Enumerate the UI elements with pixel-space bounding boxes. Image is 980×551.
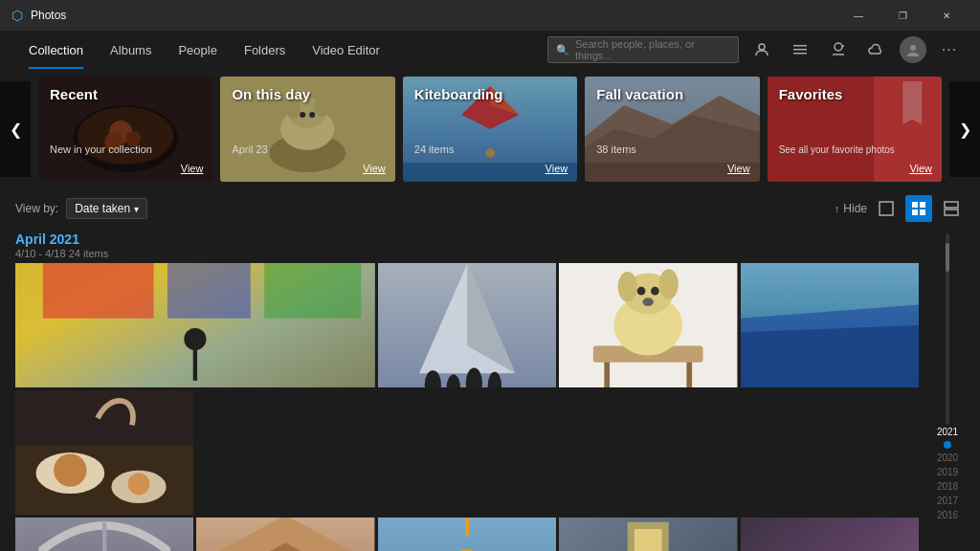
hide-button[interactable]: ↑ Hide [835,202,867,215]
more-icon: ··· [942,41,957,58]
cloud-icon [868,41,885,58]
svg-point-4 [835,43,842,51]
close-button[interactable]: ✕ [924,0,969,31]
svg-rect-89 [635,529,662,551]
grid-view-icon [911,201,926,216]
timeline-year-2018[interactable]: 2018 [930,479,965,494]
nav-collection[interactable]: Collection [15,31,97,69]
photo-cell-5[interactable] [15,390,193,515]
section-header: April 2021 4/10 - 4/18 24 items [15,231,919,259]
nav-left: Collection Albums People Folders Video E… [15,31,393,69]
main-content: ❮ Recent New in your collection View [0,69,980,551]
avatar[interactable] [900,36,926,63]
timeline-year-2016[interactable]: 2016 [930,508,965,522]
card-view-recent[interactable]: View [181,163,204,174]
nav-video-editor[interactable]: Video Editor [299,31,393,69]
svg-rect-38 [920,209,925,215]
card-title-onthisday: On this day [232,86,310,102]
svg-point-19 [301,112,306,118]
photo-cell-4[interactable] [741,263,919,387]
photo-cell-10[interactable] [741,518,919,551]
photo-grid-row1 [15,263,919,515]
card-sub-fallvacation: 38 items [596,143,636,155]
scrollbar-thumb[interactable] [946,243,949,272]
card-view-kiteboarding[interactable]: View [546,163,568,174]
card-title-kiteboarding: Kiteboarding [414,86,503,102]
photo-2-image [378,263,556,387]
single-view-icon [879,201,894,216]
photo-cell-7[interactable] [196,518,374,551]
photo-cell-8[interactable] [378,518,556,551]
scrollbar-track[interactable] [946,233,949,425]
svg-rect-40 [945,209,958,215]
svg-rect-3 [793,53,807,55]
photo-cell-2[interactable] [378,263,556,387]
card-view-favorites[interactable]: View [909,163,932,174]
grid-view-button[interactable] [905,195,932,222]
featured-card-onthisday[interactable]: On this day April 23 View [220,77,394,182]
next-icon: ❯ [959,121,971,139]
search-placeholder: Search people, places, or things... [575,38,730,61]
list-view-button[interactable] [785,34,815,65]
svg-rect-1 [793,45,807,47]
featured-card-favorites[interactable]: Favorites See all your favorite photos V… [768,77,942,182]
app-icon: ⬡ [11,8,23,23]
featured-card-recent[interactable]: Recent New in your collection View [38,77,212,182]
date-taken-label: Date taken [75,202,130,215]
date-taken-dropdown[interactable]: Date taken ▾ [66,198,147,219]
timeline-dot-2021 [944,441,951,449]
svg-point-74 [54,453,86,486]
more-options-button[interactable]: ··· [934,34,965,65]
hide-label: Hide [843,202,867,215]
maximize-button[interactable]: ❐ [880,0,924,31]
timeline-year-2021[interactable]: 2021 [930,425,965,439]
photo-cell-9[interactable] [559,518,737,551]
card-sub-recent: New in your collection [50,143,152,155]
timeline-year-2020[interactable]: 2020 [930,451,965,465]
svg-point-64 [637,287,646,296]
carousel-next-button[interactable]: ❯ [949,81,980,177]
people-icon [753,41,770,58]
svg-point-63 [659,269,679,299]
svg-rect-34 [880,202,893,215]
nav-people[interactable]: People [165,31,230,69]
photo-5-image [15,390,193,515]
section-year: April 2021 [15,231,919,247]
people-search-button[interactable] [746,34,777,65]
import-icon [830,41,847,58]
carousel-prev-button[interactable]: ❮ [0,81,31,177]
search-icon: 🔍 [556,44,569,56]
card-view-fallvacation[interactable]: View [727,163,750,174]
svg-point-5 [842,45,844,47]
svg-rect-35 [912,202,918,208]
navbar: Collection Albums People Folders Video E… [0,31,980,69]
nav-right: 🔍 Search people, places, or things... [547,34,965,65]
large-grid-view-button[interactable] [938,195,965,222]
view-by-label: View by: [15,202,58,215]
card-view-onthisday[interactable]: View [363,163,386,174]
svg-point-6 [910,45,916,51]
nav-folders[interactable]: Folders [231,31,299,69]
photo-cell-1[interactable] [15,263,375,387]
cloud-button[interactable] [861,34,892,65]
import-button[interactable] [823,34,854,65]
minimize-button[interactable]: — [836,0,880,31]
nav-albums[interactable]: Albums [97,31,165,69]
photo-cell-6[interactable] [15,518,193,551]
single-view-button[interactable] [873,195,900,222]
timeline-year-2017[interactable]: 2017 [930,494,965,508]
featured-card-kiteboarding[interactable]: Kiteboarding 24 items View [403,77,577,182]
photo-8-image [378,518,556,551]
avatar-icon [904,41,922,58]
prev-icon: ❮ [10,121,22,139]
svg-rect-37 [912,209,918,215]
featured-card-fallvacation[interactable]: Fall vacation 38 items View [585,77,759,182]
card-title-fallvacation: Fall vacation [596,86,683,102]
photo-cell-3[interactable] [559,263,737,387]
svg-rect-45 [264,263,361,319]
titlebar-left: ⬡ Photos [11,8,66,23]
svg-point-0 [759,44,765,50]
search-box[interactable]: 🔍 Search people, places, or things... [547,36,739,63]
timeline-year-2019[interactable]: 2019 [930,465,965,479]
svg-marker-33 [902,81,922,124]
